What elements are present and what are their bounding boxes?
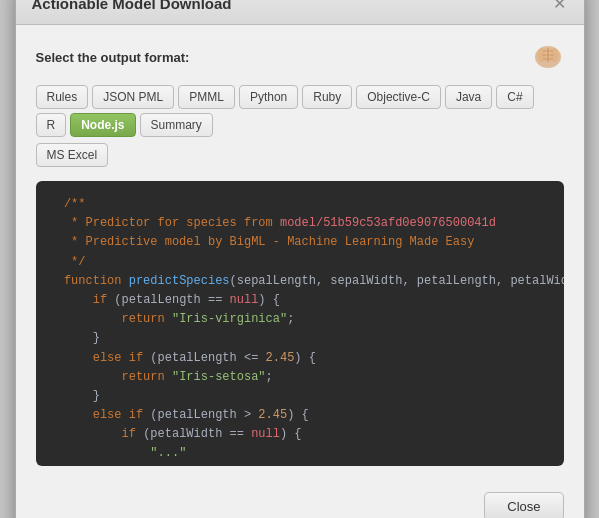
output-format-label: Select the output format: bbox=[36, 41, 564, 73]
format-btn-python[interactable]: Python bbox=[239, 85, 298, 109]
format-btn-pmml[interactable]: PMML bbox=[178, 85, 235, 109]
code-line: function predictSpecies(sepalLength, sep… bbox=[50, 272, 550, 291]
format-btn-json-pml[interactable]: JSON PML bbox=[92, 85, 174, 109]
format-btn-nodejs[interactable]: Node.js bbox=[70, 113, 135, 137]
format-btn-rules[interactable]: Rules bbox=[36, 85, 89, 109]
code-line: * Predictor for species from model/51b59… bbox=[50, 214, 550, 233]
code-line: else if (petalLength > 2.45) { bbox=[50, 406, 550, 425]
code-line: return "Iris-virginica"; bbox=[50, 310, 550, 329]
code-line: if (petalWidth == null) { bbox=[50, 425, 550, 444]
code-line: /** bbox=[50, 195, 550, 214]
format-btn-r[interactable]: R bbox=[36, 113, 67, 137]
format-buttons-row2: MS Excel bbox=[36, 143, 564, 167]
format-btn-ms-excel[interactable]: MS Excel bbox=[36, 143, 109, 167]
format-buttons-row1: Rules JSON PML PMML Python Ruby Objectiv… bbox=[36, 85, 564, 137]
format-btn-csharp[interactable]: C# bbox=[496, 85, 533, 109]
format-btn-ruby[interactable]: Ruby bbox=[302, 85, 352, 109]
code-line: */ bbox=[50, 253, 550, 272]
format-btn-summary[interactable]: Summary bbox=[140, 113, 213, 137]
code-line: if (petalLength == null) { bbox=[50, 291, 550, 310]
close-x-button[interactable]: ✕ bbox=[552, 0, 568, 12]
code-line: } bbox=[50, 387, 550, 406]
dialog: Actionable Model Download ✕ Select the o… bbox=[15, 0, 585, 518]
code-line: "..." bbox=[50, 444, 550, 463]
brain-icon bbox=[532, 41, 564, 73]
dialog-footer: Close bbox=[16, 482, 584, 518]
format-btn-objective-c[interactable]: Objective-C bbox=[356, 85, 441, 109]
close-button[interactable]: Close bbox=[484, 492, 563, 518]
code-line: * Predictive model by BigML - Machine Le… bbox=[50, 233, 550, 252]
code-line: else if (petalLength <= 2.45) { bbox=[50, 349, 550, 368]
format-btn-java[interactable]: Java bbox=[445, 85, 492, 109]
code-viewer: /** * Predictor for species from model/5… bbox=[36, 181, 564, 466]
dialog-title: Actionable Model Download bbox=[32, 0, 232, 12]
code-line: return "Iris-setosa"; bbox=[50, 368, 550, 387]
title-bar: Actionable Model Download ✕ bbox=[16, 0, 584, 25]
dialog-body: Select the output format: Rules JSON PML… bbox=[16, 25, 584, 482]
code-line: } bbox=[50, 329, 550, 348]
